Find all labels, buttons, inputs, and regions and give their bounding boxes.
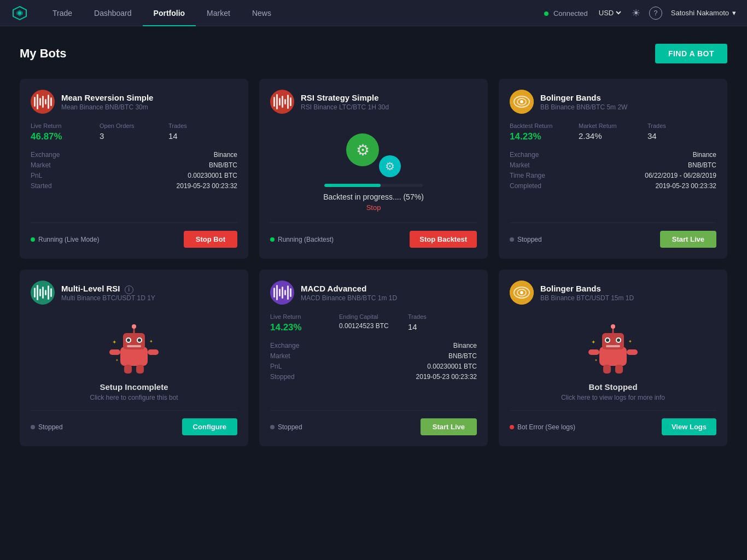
stats-row: Live Return 46.87% Open Orders 3 Trades …	[31, 122, 237, 142]
nav-market[interactable]: Market	[196, 0, 241, 26]
robot-icon: ✦ ✦ ✦	[107, 322, 161, 377]
status-text: Stopped	[278, 423, 302, 431]
find-bot-button[interactable]: FIND A BOT	[655, 44, 727, 63]
info-rows: ExchangeBinance MarketBNB/BTC Time Range…	[510, 151, 716, 192]
currency-selector[interactable]: USD BTC	[597, 8, 623, 18]
status-indicator: Running (Live Mode)	[31, 236, 99, 243]
svg-point-12	[138, 339, 141, 342]
status-text: Running (Live Mode)	[38, 236, 99, 243]
bot-card-header: Mean Reversion Simple Mean Binance BNB/B…	[31, 90, 237, 114]
robot-stopped-icon: ✦ ✦ ✦	[586, 322, 640, 377]
stats-row: Live Return 14.23% Ending Capital 0.0012…	[270, 313, 477, 333]
bot-subtitle: Multi Binance BTC/USDT 1D 1Y	[61, 294, 155, 302]
user-menu[interactable]: Satoshi Nakamoto ▾	[671, 9, 736, 17]
svg-rect-27	[599, 347, 627, 366]
status-dot	[270, 237, 275, 242]
status-dot-green	[544, 11, 548, 16]
bot-card-header: Multi-Level RSI i Multi Binance BTC/USDT…	[31, 281, 237, 305]
svg-text:✦: ✦	[591, 339, 596, 345]
theme-toggle-icon[interactable]: ☀	[632, 7, 640, 19]
backtest-stop-link[interactable]: Stop	[366, 203, 381, 212]
bot-name: Bolinger Bands	[540, 283, 634, 294]
bots-grid: Mean Reversion Simple Mean Binance BNB/B…	[20, 79, 727, 446]
status-indicator: Stopped	[31, 423, 63, 431]
nav-trade[interactable]: Trade	[42, 0, 83, 26]
status-indicator: Bot Error (See logs)	[510, 423, 575, 431]
svg-rect-33	[606, 345, 620, 347]
bot-subtitle: BB Binance BNB/BTC 5m 2W	[540, 103, 627, 111]
connection-status: Connected	[544, 8, 587, 18]
svg-rect-34	[588, 349, 599, 355]
svg-text:✦: ✦	[594, 358, 598, 362]
logo-icon[interactable]	[11, 4, 28, 22]
bot-card-header: RSI Strategy Simple RSI Binance LTC/BTC …	[270, 90, 477, 114]
setup-title: Setup Incomplete	[100, 382, 168, 392]
bot-subtitle: Mean Binance BNB/BTC 30m	[61, 103, 153, 111]
bot-name: Bolinger Bands	[540, 92, 627, 103]
nav-news[interactable]: News	[241, 0, 282, 26]
bot-subtitle: MACD Binance BNB/BTC 1m 1D	[301, 294, 397, 302]
bot-icon-multi-rsi	[31, 281, 55, 305]
stats-row: Backtest Return 14.23% Market Return 2.3…	[510, 122, 716, 142]
bot-name: MACD Advanced	[301, 283, 397, 294]
status-text: Running (Backtest)	[278, 236, 334, 243]
gear-small-icon: ⚙	[379, 155, 401, 177]
bot-card-mean-reversion: Mean Reversion Simple Mean Binance BNB/B…	[20, 79, 248, 259]
status-dot	[31, 237, 35, 242]
bot-icon-bb1	[510, 90, 534, 114]
nav-dashboard[interactable]: Dashboard	[83, 0, 143, 26]
start-live-button[interactable]: Start Live	[660, 231, 716, 248]
svg-text:✦: ✦	[115, 358, 119, 362]
svg-rect-14	[109, 349, 120, 355]
status-indicator: Stopped	[510, 236, 542, 243]
progress-bar-fill	[324, 184, 381, 187]
nav-links: Trade Dashboard Portfolio Market News	[42, 0, 544, 26]
main-content: My Bots FIND A BOT Me	[0, 26, 747, 464]
nav-portfolio[interactable]: Portfolio	[143, 0, 196, 26]
status-text: Stopped	[38, 423, 63, 431]
backtest-visual: ⚙ ⚙ Backtest in progress.... (57%) Stop	[270, 122, 477, 223]
info-circle-icon[interactable]: i	[125, 285, 133, 294]
bot-name: Multi-Level RSI i	[61, 283, 155, 294]
info-rows: ExchangeBinance MarketBNB/BTC PnL0.00230…	[31, 151, 237, 192]
view-logs-button[interactable]: View Logs	[662, 418, 716, 435]
svg-rect-35	[627, 349, 638, 355]
bot-subtitle: RSI Binance LTC/BTC 1H 30d	[301, 103, 389, 111]
svg-text:✦: ✦	[149, 339, 153, 344]
configure-button[interactable]: Configure	[182, 418, 237, 435]
bot-name: Mean Reversion Simple	[61, 92, 153, 103]
bot-stopped-title: Bot Stopped	[588, 382, 637, 392]
svg-point-26	[520, 291, 523, 294]
bot-card-bolinger-1: Bolinger Bands BB Binance BNB/BTC 5m 2W …	[499, 79, 727, 259]
svg-rect-37	[615, 365, 623, 374]
navbar: Trade Dashboard Portfolio Market News Co…	[0, 0, 747, 26]
username-label: Satoshi Nakamoto	[671, 9, 729, 17]
status-dot	[510, 237, 514, 242]
help-icon[interactable]: ?	[649, 7, 662, 20]
bot-card-multi-rsi: Multi-Level RSI i Multi Binance BTC/USDT…	[20, 270, 248, 446]
start-live-button[interactable]: Start Live	[421, 418, 477, 435]
svg-rect-36	[603, 365, 611, 374]
status-dot	[270, 425, 275, 429]
status-dot	[31, 425, 35, 429]
bot-card-header: Bolinger Bands BB Binance BNB/BTC 5m 2W	[510, 90, 716, 114]
bot-icon-rsi	[270, 90, 294, 114]
stop-backtest-button[interactable]: Stop Backtest	[410, 231, 477, 248]
gears-container: ⚙ ⚙	[346, 133, 401, 177]
info-rows: ExchangeBinance MarketBNB/BTC PnL0.00230…	[270, 342, 477, 383]
status-bar: Stopped Start Live	[270, 410, 477, 435]
nav-right: Connected USD BTC ☀ ? Satoshi Nakamoto ▾	[544, 7, 736, 20]
bot-stopped-subtitle: Click here to view logs for more info	[561, 394, 665, 401]
svg-text:✦: ✦	[628, 339, 632, 344]
status-bar: Stopped Start Live	[510, 223, 716, 248]
connected-label: Connected	[553, 9, 588, 18]
status-indicator: Stopped	[270, 423, 302, 431]
chevron-down-icon: ▾	[732, 9, 736, 17]
svg-point-19	[132, 324, 136, 329]
bot-stopped-visual: ✦ ✦ ✦ Bot Stopped Click here to view log…	[510, 313, 716, 410]
svg-point-32	[617, 339, 620, 342]
status-bar: Bot Error (See logs) View Logs	[510, 410, 716, 435]
stop-bot-button[interactable]: Stop Bot	[184, 231, 237, 248]
status-bar: Running (Live Mode) Stop Bot	[31, 223, 237, 248]
svg-rect-7	[120, 347, 148, 366]
